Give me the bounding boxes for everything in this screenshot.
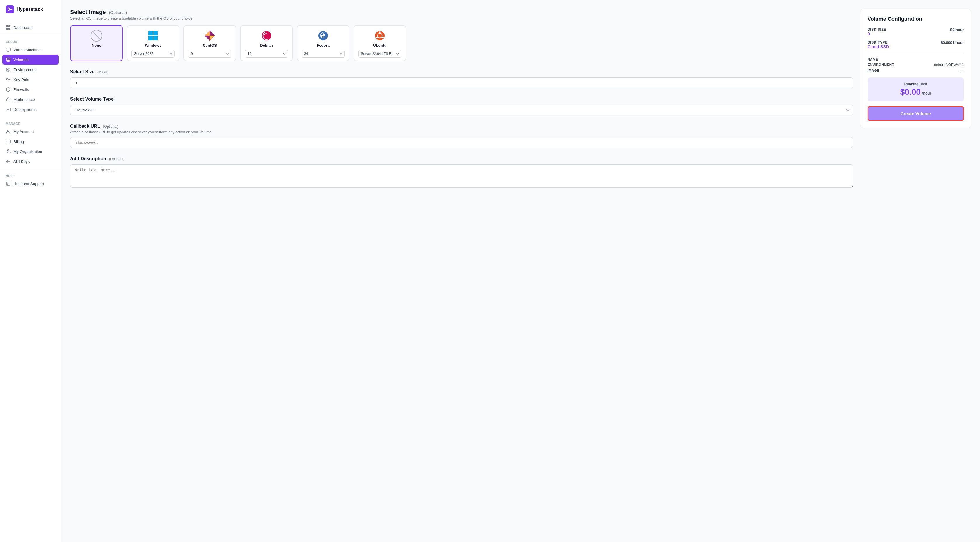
sidebar-item-deployments[interactable]: Deployments — [0, 104, 61, 114]
main-content: Select Image (Optional) Select an OS ima… — [61, 0, 980, 542]
image-meta-value: ---- — [959, 69, 964, 73]
disk-size-label: Disk Size — [867, 27, 886, 32]
os-name-debian: Debian — [260, 43, 273, 48]
select-size-section: Select Size (in GB) — [70, 69, 853, 88]
image-meta-label: IMAGE — [867, 69, 880, 73]
centos-version-select[interactable]: 9 — [188, 50, 231, 57]
image-card-centos[interactable]: CentOS 9 — [183, 25, 236, 61]
environments-icon — [6, 67, 11, 72]
image-card-windows[interactable]: Windows Server 2022 — [127, 25, 180, 61]
logo-text: Hyperstack — [16, 6, 43, 12]
environment-meta-row: ENVIRONMENT default-NORWAY-1 — [867, 63, 964, 67]
running-cost-box: Running Cost $0.00 /hour — [867, 78, 964, 102]
logo-icon — [6, 5, 14, 13]
deployments-icon — [6, 107, 11, 112]
select-volume-type-label: Select Volume Type — [70, 96, 114, 102]
help-icon — [6, 181, 11, 186]
svg-rect-2 — [8, 26, 10, 27]
api-icon — [6, 159, 11, 164]
marketplace-icon — [6, 97, 11, 102]
environment-meta-label: ENVIRONMENT — [867, 63, 894, 67]
sidebar-item-firewalls[interactable]: Firewalls — [0, 84, 61, 94]
ubuntu-icon — [374, 30, 386, 41]
svg-rect-1 — [6, 26, 8, 27]
svg-rect-21 — [153, 36, 158, 40]
firewall-icon — [6, 87, 11, 92]
add-description-optional: (Optional) — [109, 157, 124, 161]
sidebar-item-billing[interactable]: Billing — [0, 137, 61, 147]
size-input[interactable] — [70, 78, 853, 88]
environment-meta-value: default-NORWAY-1 — [934, 63, 964, 67]
sidebar-item-my-account[interactable]: My Account — [0, 127, 61, 137]
image-card-none[interactable]: None — [70, 25, 123, 61]
sidebar: Hyperstack Dashboard CLOUD — [0, 0, 61, 542]
callback-url-optional: (Optional) — [103, 124, 119, 129]
os-name-centos: CentOS — [203, 43, 217, 48]
callback-url-subtitle: Attach a callback URL to get updates whe… — [70, 130, 853, 134]
cloud-section-label: CLOUD — [0, 37, 61, 45]
disk-type-row: Disk Type Cloud-SSD $0.0001/hour — [867, 40, 964, 49]
disk-type-value: Cloud-SSD — [867, 45, 889, 49]
windows-version-select[interactable]: Server 2022 — [132, 50, 175, 57]
sidebar-item-marketplace[interactable]: Marketplace — [0, 94, 61, 104]
manage-section-label: MANAGE — [0, 119, 61, 127]
name-meta-row: NAME — [867, 57, 964, 61]
select-image-title: Select Image — [70, 9, 106, 15]
os-name-fedora: Fedora — [317, 43, 329, 48]
volume-type-select[interactable]: Cloud-SSD NVMe — [70, 105, 853, 115]
svg-rect-5 — [6, 48, 10, 51]
fedora-icon — [317, 30, 329, 41]
svg-rect-4 — [8, 28, 10, 30]
org-icon — [6, 149, 11, 154]
callback-url-input[interactable] — [70, 137, 853, 148]
image-card-debian[interactable]: Debian 10 — [240, 25, 293, 61]
select-size-unit: (in GB) — [97, 70, 108, 74]
select-volume-type-section: Select Volume Type Cloud-SSD NVMe — [70, 96, 853, 115]
svg-rect-19 — [153, 31, 158, 35]
create-volume-button[interactable]: Create Volume — [867, 106, 964, 121]
sidebar-item-help-support[interactable]: Help and Support — [0, 179, 61, 188]
callback-url-section: Callback URL (Optional) Attach a callbac… — [70, 124, 853, 148]
select-image-optional: (Optional) — [109, 10, 127, 15]
svg-point-34 — [382, 37, 384, 38]
svg-point-16 — [9, 152, 10, 153]
account-icon — [6, 129, 11, 134]
svg-rect-10 — [6, 99, 10, 101]
svg-rect-3 — [6, 28, 8, 30]
select-size-label: Select Size — [70, 69, 95, 74]
disk-type-price: $0.0001/hour — [941, 40, 964, 45]
disk-size-value: 0 — [867, 32, 886, 36]
fedora-version-select[interactable]: 36 — [302, 50, 345, 57]
name-meta-label: NAME — [867, 57, 878, 61]
ubuntu-version-select[interactable]: Server 22.04 LTS R! — [358, 50, 401, 57]
image-card-fedora[interactable]: Fedora 36 — [297, 25, 350, 61]
svg-rect-13 — [6, 140, 10, 143]
sidebar-nav: Dashboard CLOUD Virtual Machines — [0, 19, 61, 542]
sidebar-item-key-pairs[interactable]: Key Pairs — [0, 75, 61, 84]
image-card-ubuntu[interactable]: Ubuntu Server 22.04 LTS R! — [353, 25, 406, 61]
sidebar-item-virtual-machines[interactable]: Virtual Machines — [0, 45, 61, 55]
none-icon — [91, 30, 102, 41]
form-area: Select Image (Optional) Select an OS ima… — [70, 9, 853, 189]
image-meta-row: IMAGE ---- — [867, 69, 964, 73]
key-icon — [6, 77, 11, 82]
volume-config-card: Volume Configuration Disk Size 0 $0/hour… — [860, 9, 971, 128]
debian-icon — [261, 30, 272, 41]
running-cost-unit: /hour — [922, 91, 931, 96]
sidebar-item-environments[interactable]: Environments — [0, 65, 61, 75]
volume-config-title: Volume Configuration — [867, 16, 964, 22]
description-textarea[interactable] — [70, 164, 853, 188]
sidebar-item-volumes[interactable]: Volumes — [2, 55, 59, 65]
sidebar-item-dashboard[interactable]: Dashboard — [0, 22, 61, 32]
vm-icon — [6, 47, 11, 52]
sidebar-item-my-organization[interactable]: My Organization — [0, 147, 61, 156]
help-section-label: HELP — [0, 171, 61, 179]
debian-version-select[interactable]: 10 — [245, 50, 288, 57]
svg-point-32 — [379, 31, 381, 33]
os-name-none: None — [92, 43, 102, 48]
running-cost-label: Running Cost — [872, 82, 959, 86]
dashboard-icon — [6, 25, 11, 30]
sidebar-item-api-keys[interactable]: API Keys — [0, 156, 61, 166]
svg-point-33 — [376, 37, 378, 38]
right-panel: Volume Configuration Disk Size 0 $0/hour… — [860, 9, 971, 128]
